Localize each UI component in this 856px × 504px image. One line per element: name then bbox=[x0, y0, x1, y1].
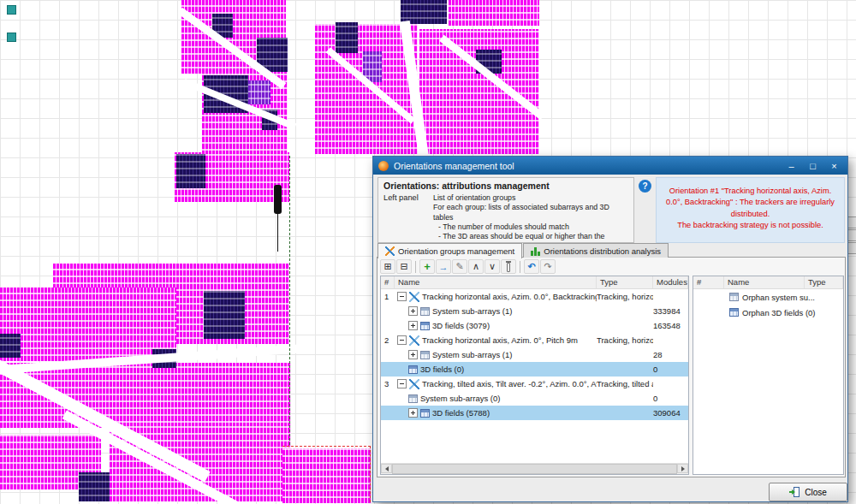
table-row[interactable]: 3D fields (3079) 163548 bbox=[381, 318, 688, 333]
warning-line-1: Orientation #1 "Tracking horizontal axis… bbox=[666, 187, 835, 218]
row-number: 1 bbox=[381, 292, 395, 301]
expand-toggle[interactable] bbox=[408, 306, 418, 316]
dialog-title: Orientations management tool bbox=[394, 161, 781, 171]
expand-toggle[interactable] bbox=[408, 321, 418, 330]
row-type-icon bbox=[409, 292, 419, 302]
column-header-name[interactable]: Name bbox=[395, 276, 597, 288]
expand-toggle[interactable] bbox=[397, 335, 407, 345]
row-type: Tracking, horizont... bbox=[597, 335, 653, 345]
scene-toolbar-button[interactable] bbox=[847, 242, 856, 254]
row-name: Tracking horizontal axis, Azim. 0.0°, Ba… bbox=[422, 292, 597, 301]
orphans-column-type[interactable]: Type bbox=[805, 276, 843, 288]
column-header-number[interactable]: # bbox=[381, 276, 395, 288]
orientation-groups-table: # Name Type Modules 1 Tracking horizonta… bbox=[380, 276, 689, 475]
column-header-modules[interactable]: Modules bbox=[653, 276, 688, 288]
row-type-icon bbox=[408, 365, 418, 374]
close-window-button[interactable]: × bbox=[823, 158, 845, 173]
orphan-row[interactable]: Orphan 3D fields (0) bbox=[693, 305, 843, 320]
row-number: 2 bbox=[381, 335, 395, 345]
close-button-label: Close bbox=[805, 488, 827, 497]
add-orientation-button[interactable]: + bbox=[419, 259, 435, 274]
attributions-info-box: Orientations: attributions management Le… bbox=[377, 177, 634, 243]
row-modules: 28 bbox=[653, 350, 688, 359]
edit-button[interactable]: ✎ bbox=[452, 259, 467, 274]
row-modules: 0 bbox=[653, 394, 688, 403]
toolbar-separator bbox=[415, 261, 416, 273]
orphans-table: # Name Type Orphan system su... Orphan 3… bbox=[693, 276, 844, 475]
scene-object-marker bbox=[274, 185, 282, 214]
table-row[interactable]: 3D fields (0) 0 bbox=[381, 362, 688, 377]
expand-toggle[interactable] bbox=[408, 350, 418, 359]
scene-toolbar-button[interactable] bbox=[847, 229, 856, 241]
collapse-all-button[interactable]: ⊟ bbox=[396, 259, 412, 274]
selection-guide-vertical bbox=[289, 156, 290, 445]
table-row[interactable]: System sub-arrays (0) 0 bbox=[381, 391, 688, 406]
maximize-button[interactable]: □ bbox=[802, 158, 823, 173]
table-row[interactable]: 2 Tracking horizontal axis, Azim. 0°, Pi… bbox=[381, 333, 688, 347]
exit-door-icon bbox=[789, 487, 800, 497]
close-button[interactable]: Close bbox=[769, 483, 847, 501]
table-row[interactable]: 1 Tracking horizontal axis, Azim. 0.0°, … bbox=[381, 289, 688, 304]
row-name-cell: Tracking, tilted axis, Tilt aver. -0.2°,… bbox=[395, 379, 597, 389]
minimize-button[interactable]: – bbox=[781, 158, 802, 173]
tab-label: Orientation groups management bbox=[398, 246, 514, 256]
scroll-right-button[interactable] bbox=[677, 464, 688, 473]
table-row[interactable]: 3 Tracking, tilted axis, Tilt aver. -0.2… bbox=[381, 377, 688, 391]
orphans-column-number[interactable]: # bbox=[693, 276, 724, 288]
delete-button[interactable] bbox=[501, 259, 516, 274]
toolbar-button-glyph: + bbox=[424, 260, 431, 273]
toolbar-button-glyph: ↶ bbox=[527, 261, 535, 272]
warning-line-2: The backtracking strategy is not possibl… bbox=[677, 221, 823, 229]
table-body: 1 Tracking horizontal axis, Azim. 0.0°, … bbox=[381, 289, 688, 420]
toolbar-button-glyph: → bbox=[439, 262, 449, 272]
left-desc-line: - The 3D areas should be equal or higher… bbox=[438, 232, 628, 243]
tab-orientation-groups-management[interactable]: Orientation groups management bbox=[377, 243, 522, 258]
row-type-icon bbox=[420, 351, 430, 359]
help-icon[interactable]: ? bbox=[639, 180, 651, 193]
toolbar-button-glyph: ∨ bbox=[489, 261, 496, 272]
table-row[interactable]: 3D fields (5788) 309064 bbox=[381, 406, 688, 420]
column-header-type[interactable]: Type bbox=[597, 276, 653, 288]
attribute-button[interactable]: → bbox=[436, 259, 451, 274]
scrollbar-thumb[interactable] bbox=[392, 464, 677, 474]
expand-toggle[interactable] bbox=[408, 408, 418, 418]
row-type-icon bbox=[409, 335, 419, 346]
tab-orientations-distribution-analysis[interactable]: Orientations distribution analysis bbox=[523, 243, 669, 258]
orphan-row[interactable]: Orphan system su... bbox=[693, 289, 843, 305]
toolbar-button-glyph: ⊞ bbox=[383, 261, 391, 272]
row-modules: 163548 bbox=[653, 321, 688, 330]
dark-array-block bbox=[204, 291, 245, 339]
scene-handle bbox=[7, 33, 16, 42]
row-name-cell: 3D fields (3079) bbox=[395, 321, 597, 330]
toolbar-button-glyph: ↷ bbox=[544, 261, 551, 272]
horizontal-scrollbar[interactable] bbox=[381, 463, 688, 474]
expand-toggle[interactable] bbox=[397, 379, 407, 388]
undo-button[interactable]: ↶ bbox=[524, 259, 539, 274]
table-header: # Name Type Modules bbox=[381, 276, 688, 289]
row-name: System sub-arrays (1) bbox=[432, 306, 512, 316]
table-row[interactable]: System sub-arrays (1) 28 bbox=[381, 347, 688, 362]
row-name-cell: Tracking horizontal axis, Azim. 0.0°, Ba… bbox=[395, 292, 597, 302]
row-name-cell: System sub-arrays (1) bbox=[395, 350, 597, 359]
orphan-row-name: Orphan system su... bbox=[742, 293, 815, 302]
move-down-button[interactable]: ∨ bbox=[484, 259, 500, 274]
scene-toolbar-button[interactable] bbox=[847, 216, 856, 228]
scroll-left-button[interactable] bbox=[381, 464, 392, 473]
row-type-icon bbox=[420, 307, 430, 316]
expand-toggle[interactable] bbox=[397, 292, 407, 301]
orphans-column-name[interactable]: Name bbox=[724, 276, 805, 288]
row-name-cell: System sub-arrays (0) bbox=[395, 394, 597, 403]
expand-all-button[interactable]: ⊞ bbox=[380, 259, 395, 274]
orphan-row-icon bbox=[729, 293, 739, 301]
info-title: Orientations: attributions management bbox=[383, 181, 628, 191]
left-desc-line: - The number of modules should match bbox=[438, 222, 628, 232]
move-up-button[interactable]: ∧ bbox=[468, 259, 484, 274]
toolbar-button-glyph: ∧ bbox=[473, 261, 479, 272]
row-name-cell: System sub-arrays (1) bbox=[395, 306, 597, 316]
redo-button[interactable]: ↷ bbox=[540, 259, 556, 274]
orphans-body: Orphan system su... Orphan 3D fields (0) bbox=[693, 289, 843, 320]
orphan-row-name: Orphan 3D fields (0) bbox=[742, 308, 816, 317]
dark-array-block bbox=[336, 22, 358, 53]
dialog-titlebar[interactable]: Orientations management tool – □ × bbox=[373, 157, 847, 175]
table-row[interactable]: System sub-arrays (1) 333984 bbox=[381, 304, 688, 318]
